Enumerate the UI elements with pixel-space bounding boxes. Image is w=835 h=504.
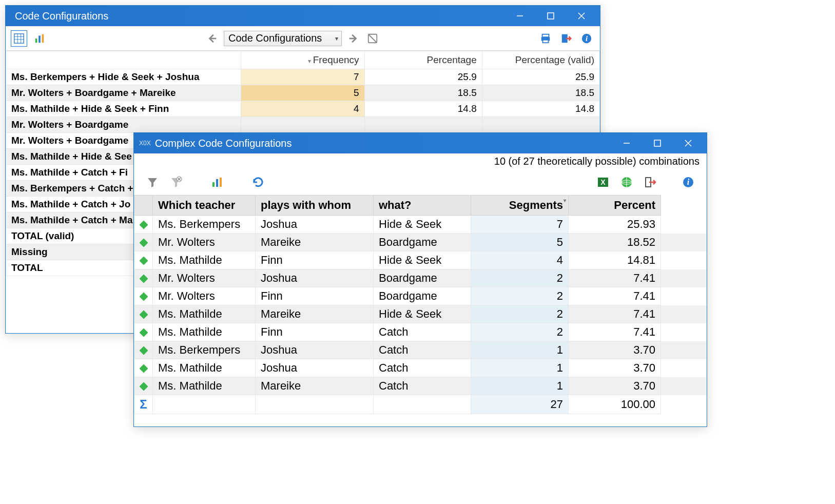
- col-what[interactable]: what?: [374, 196, 471, 216]
- cell-whom: Joshua: [256, 341, 374, 359]
- row-marker-icon: [134, 269, 153, 287]
- table-row[interactable]: Ms. Berkempers + Hide & Seek + Joshua725…: [6, 69, 600, 85]
- col-percentage-valid[interactable]: Percentage (valid): [482, 51, 599, 69]
- cell-percent: 3.70: [569, 359, 661, 377]
- cell-percentage-valid: [482, 117, 599, 133]
- row-marker-icon: [134, 341, 153, 359]
- col-percentage[interactable]: Percentage: [364, 51, 482, 69]
- cell-percentage-valid: 25.9: [482, 69, 599, 85]
- close-button[interactable]: [572, 12, 591, 20]
- print-icon[interactable]: [537, 30, 554, 47]
- table-row[interactable]: Ms. MathildeMareikeCatch13.70: [134, 377, 707, 395]
- cell-percent: 7.41: [569, 269, 661, 287]
- cell-teacher: Ms. Mathilde: [153, 377, 256, 395]
- export-icon[interactable]: [558, 30, 574, 47]
- filter-icon[interactable]: [144, 174, 161, 190]
- table-row[interactable]: Ms. MathildeMareikeHide & Seek27.41: [134, 305, 707, 323]
- svg-rect-3: [548, 13, 554, 19]
- col-label[interactable]: [6, 51, 241, 69]
- col-teacher[interactable]: Which teacher: [153, 196, 256, 216]
- svg-rect-6: [14, 33, 24, 43]
- cell-percent: 25.93: [569, 216, 661, 234]
- html-export-icon[interactable]: [618, 174, 635, 190]
- table-row[interactable]: Ms. MathildeFinnCatch27.41: [134, 323, 707, 341]
- table-row[interactable]: Mr. WoltersMareikeBoardgame518.52: [134, 234, 707, 251]
- cell-whom: Joshua: [256, 216, 374, 234]
- minimize-button[interactable]: [617, 140, 636, 147]
- row-label: Ms. Berkempers + Hide & Seek + Joshua: [6, 69, 241, 85]
- info-icon[interactable]: i: [578, 30, 595, 47]
- clear-icon[interactable]: [364, 30, 381, 47]
- cell-what: Catch: [374, 377, 471, 395]
- window-title: Code Configurations: [15, 10, 511, 22]
- cell-frequency: 4: [241, 101, 364, 117]
- view-dropdown[interactable]: Code Configurations: [224, 31, 342, 46]
- info-icon[interactable]: i: [680, 174, 696, 190]
- cell-segments: 1: [471, 341, 569, 359]
- table-row[interactable]: Mr. WoltersJoshuaBoardgame27.41: [134, 269, 707, 287]
- col-marker[interactable]: [134, 196, 153, 216]
- cell-percentage: 25.9: [364, 69, 482, 85]
- cell-percent: 3.70: [569, 341, 661, 359]
- table-row[interactable]: Mr. WoltersFinnBoardgame27.41: [134, 287, 707, 305]
- row-marker-icon: [134, 359, 153, 377]
- svg-rect-13: [42, 34, 44, 43]
- table-row[interactable]: Mr. Wolters + Boardgame: [6, 117, 600, 133]
- cell-percentage-valid: 14.8: [482, 101, 599, 117]
- svg-rect-31: [212, 182, 215, 187]
- cell-segments: 2: [471, 323, 569, 341]
- col-whom[interactable]: plays with whom: [256, 196, 374, 216]
- cell-teacher: Ms. Mathilde: [153, 251, 256, 269]
- cell-percent: 18.52: [569, 234, 661, 251]
- chart-icon[interactable]: [209, 174, 225, 190]
- svg-rect-25: [654, 140, 661, 146]
- table-row[interactable]: Ms. Mathilde + Hide & Seek + Finn414.814…: [6, 101, 600, 117]
- cell-what: Boardgame: [374, 287, 471, 305]
- table-row[interactable]: Ms. MathildeFinnHide & Seek414.81: [134, 251, 707, 269]
- cell-teacher: Ms. Mathilde: [153, 305, 256, 323]
- titlebar[interactable]: X0X Complex Code Configurations: [134, 133, 707, 153]
- table-view-icon[interactable]: [11, 30, 27, 47]
- combination-summary: 10 (of 27 theoretically possible) combin…: [134, 153, 707, 169]
- table-row[interactable]: Ms. BerkempersJoshuaCatch13.70: [134, 341, 707, 359]
- cell-whom: Mareike: [256, 234, 374, 251]
- col-percent[interactable]: Percent: [569, 196, 661, 216]
- cell-teacher: Ms. Mathilde: [153, 323, 256, 341]
- refresh-icon[interactable]: [250, 174, 266, 190]
- cell-what: Hide & Seek: [374, 305, 471, 323]
- export-icon[interactable]: [642, 174, 658, 190]
- minimize-button[interactable]: [511, 12, 529, 20]
- excel-export-icon[interactable]: X: [595, 174, 611, 190]
- col-frequency[interactable]: ▾Frequency: [241, 51, 364, 69]
- close-button[interactable]: [679, 140, 697, 147]
- cell-percentage: [364, 117, 482, 133]
- nav-next-icon[interactable]: [345, 30, 361, 47]
- cell-whom: Joshua: [256, 269, 374, 287]
- sort-desc-icon: ▾: [564, 198, 566, 203]
- chart-view-icon[interactable]: [31, 30, 48, 47]
- nav-prev-icon[interactable]: [204, 30, 221, 47]
- maximize-button[interactable]: [541, 12, 560, 20]
- cell-what: Hide & Seek: [374, 251, 471, 269]
- clear-filter-icon[interactable]: [168, 174, 184, 190]
- cell-segments: 1: [471, 377, 569, 395]
- cell-percent: 7.41: [569, 323, 661, 341]
- col-segments[interactable]: Segments▾: [471, 196, 569, 216]
- complex-config-table: Which teacher plays with whom what? Segm…: [134, 195, 707, 414]
- sort-desc-icon: ▾: [308, 57, 311, 65]
- cell-segments: 2: [471, 287, 569, 305]
- cell-whom: Finn: [256, 323, 374, 341]
- svg-text:i: i: [586, 34, 588, 42]
- table-row[interactable]: Ms. MathildeJoshuaCatch13.70: [134, 359, 707, 377]
- cell-percent: 3.70: [569, 377, 661, 395]
- cell-percentage: 14.8: [364, 101, 482, 117]
- table-row[interactable]: Ms. BerkempersJoshuaHide & Seek725.93: [134, 216, 707, 234]
- view-dropdown-label: Code Configurations: [228, 32, 322, 44]
- xox-app-icon: X0X: [139, 140, 151, 147]
- cell-teacher: Ms. Berkempers: [153, 216, 256, 234]
- window-title: Complex Code Configurations: [155, 138, 617, 149]
- cell-percentage: 18.5: [364, 85, 482, 101]
- table-row[interactable]: Mr. Wolters + Boardgame + Mareike518.518…: [6, 85, 600, 101]
- titlebar[interactable]: Code Configurations: [6, 6, 600, 26]
- maximize-button[interactable]: [648, 140, 667, 147]
